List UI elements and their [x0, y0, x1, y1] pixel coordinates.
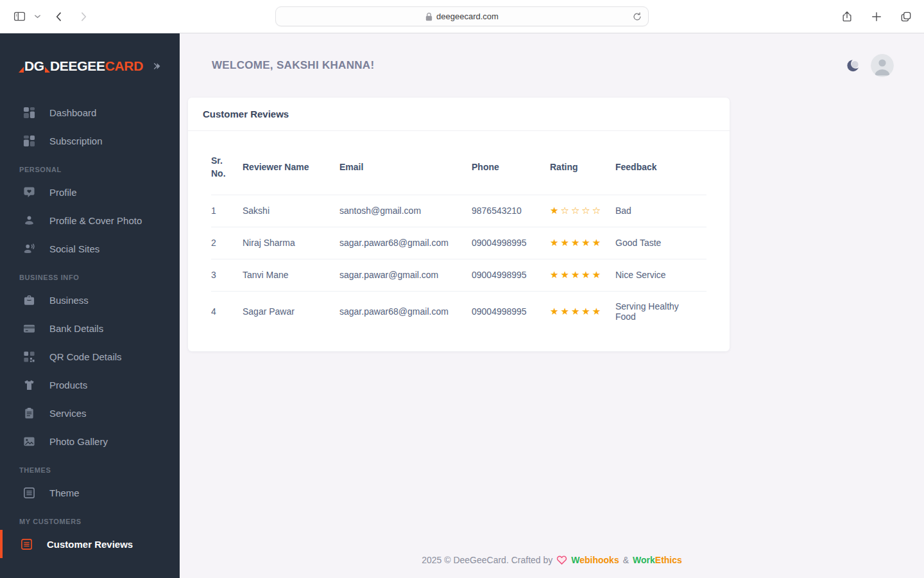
table-row: 3Tanvi Manesagar.pawar@gmail.com09004998…	[211, 259, 706, 291]
sidebar-item-products[interactable]: Products	[0, 371, 180, 399]
sidebar-item-services[interactable]: Services	[0, 399, 180, 427]
cell-feedback: Good Taste	[615, 227, 706, 259]
sidebar-item-label: Theme	[49, 487, 80, 498]
sidebar-item-label: Subscription	[49, 136, 103, 146]
table-row: 4Sagar Pawarsagar.pawar68@gmail.com09004…	[211, 291, 706, 332]
cell-reviewer-name: Niraj Sharma	[243, 227, 339, 259]
sidebar-item-label: Services	[49, 408, 87, 419]
card-title: Customer Reviews	[188, 98, 730, 131]
sidebar-section-my-customers: MY CUSTOMERS	[0, 507, 180, 530]
browser-back-icon[interactable]	[53, 10, 65, 23]
photo-gallery-icon	[22, 435, 36, 448]
column-header-email: Email	[339, 131, 472, 195]
list-box-icon	[22, 487, 36, 499]
sidebar-item-customer-reviews[interactable]: Customer Reviews	[0, 530, 180, 558]
sidebar-item-business[interactable]: Business	[0, 286, 180, 314]
list-box-icon	[19, 538, 33, 550]
table-body: 1Sakshisantosh@gmail.com9876543210★☆☆☆☆B…	[211, 195, 706, 332]
footer-copyright: 2025 © DeeGeeCard. Crafted by	[422, 555, 552, 565]
sidebar-item-bank-details[interactable]: Bank Details	[0, 314, 180, 342]
sidebar-item-label: Customer Reviews	[47, 539, 133, 550]
browser-forward-icon[interactable]	[77, 10, 90, 23]
sidebar-item-social-sites[interactable]: Social Sites	[0, 234, 180, 263]
sidebar-collapse-icon[interactable]	[150, 60, 163, 73]
chat-heart-icon	[22, 186, 36, 198]
footer: 2025 © DeeGeeCard. Crafted by Webihooks …	[180, 555, 924, 578]
cell-sr-no: 1	[211, 195, 243, 227]
logo-name-primary: DEEGEE	[50, 58, 105, 74]
footer-brand-workethics[interactable]: WorkEthics	[633, 555, 682, 565]
cell-sr-no: 3	[211, 259, 243, 291]
star-rating-icon: ★★★★★	[550, 237, 603, 248]
qr-code-icon	[22, 351, 36, 363]
cell-email: santosh@gmail.com	[339, 195, 472, 227]
cell-sr-no: 4	[211, 291, 243, 332]
sidebar-menu: DashboardSubscriptionPERSONALProfileProf…	[0, 98, 180, 558]
sidebar-section-personal: PERSONAL	[0, 155, 180, 178]
sidebar-item-profile[interactable]: Profile	[0, 178, 180, 206]
cell-rating: ★★★★★	[550, 291, 615, 332]
cell-feedback: Nice Service	[615, 259, 706, 291]
sidebar-item-label: Photo Gallery	[49, 436, 108, 447]
sidebar-item-subscription[interactable]: Subscription	[0, 127, 180, 155]
column-header-rating: Rating	[550, 131, 615, 195]
logo-mark: DG	[19, 58, 50, 74]
sidebar-item-label: Dashboard	[49, 107, 96, 118]
app-logo[interactable]: DG DEEGEECARD	[19, 58, 143, 74]
cell-sr-no: 2	[211, 227, 243, 259]
cell-reviewer-name: Sakshi	[243, 195, 339, 227]
subscription-grid-icon	[22, 135, 36, 147]
tshirt-icon	[22, 379, 36, 391]
welcome-title: WELCOME, SAKSHI KHANNA!	[212, 59, 374, 72]
dashboard-grid-icon	[22, 107, 36, 119]
cell-reviewer-name: Tanvi Mane	[243, 259, 339, 291]
dark-mode-moon-icon[interactable]	[846, 58, 861, 73]
main-content: WELCOME, SAKSHI KHANNA! Customer Reviews…	[180, 33, 924, 578]
cell-phone: 09004998995	[472, 259, 550, 291]
table-row: 2Niraj Sharmasagar.pawar68@gmail.com0900…	[211, 227, 706, 259]
cell-rating: ★☆☆☆☆	[550, 195, 615, 227]
cell-email: sagar.pawar@gmail.com	[339, 259, 472, 291]
clipboard-icon	[22, 407, 36, 419]
browser-sidebar-chevron-down-icon[interactable]	[34, 14, 41, 19]
tab-overview-icon[interactable]	[900, 10, 912, 23]
sidebar-item-label: Products	[49, 380, 87, 390]
cell-email: sagar.pawar68@gmail.com	[339, 291, 472, 332]
star-rating-icon: ★★★★★	[550, 269, 603, 280]
sidebar-item-dashboard[interactable]: Dashboard	[0, 98, 180, 127]
column-header-reviewer-name: Reviewer Name	[243, 131, 339, 195]
cell-feedback: Bad	[615, 195, 706, 227]
person-icon	[22, 215, 36, 227]
credit-card-icon	[22, 322, 36, 335]
address-bar[interactable]: deegeecard.com	[275, 6, 649, 26]
sidebar-item-label: Bank Details	[49, 323, 103, 334]
sidebar-item-profile-cover-photo[interactable]: Profile & Cover Photo	[0, 206, 180, 234]
share-icon[interactable]	[841, 10, 853, 23]
column-header-sr-no: Sr. No.	[211, 131, 243, 195]
user-avatar[interactable]	[871, 54, 894, 77]
cell-phone: 09004998995	[472, 227, 550, 259]
reload-icon[interactable]	[632, 12, 642, 24]
person-voice-icon	[22, 243, 36, 255]
star-rating-icon: ★★★★★	[550, 306, 603, 317]
customer-reviews-card: Customer Reviews Sr. No.Reviewer NameEma…	[188, 98, 730, 351]
sidebar-item-theme[interactable]: Theme	[0, 478, 180, 507]
sidebar: DG DEEGEECARD DashboardSubscriptionPERSO…	[0, 33, 180, 578]
cell-reviewer-name: Sagar Pawar	[243, 291, 339, 332]
new-tab-icon[interactable]	[870, 10, 883, 23]
browser-sidebar-toggle-icon[interactable]	[13, 10, 26, 23]
footer-brand-webihooks[interactable]: Webihooks	[571, 555, 619, 565]
logo-name-accent: CARD	[105, 58, 143, 74]
heart-icon	[556, 555, 567, 565]
browser-toolbar: deegeecard.com	[0, 0, 924, 33]
cell-feedback: Serving Healthy Food	[615, 291, 706, 332]
star-rating-icon: ★☆☆☆☆	[550, 205, 603, 216]
sidebar-item-label: Business	[49, 295, 89, 306]
cell-rating: ★★★★★	[550, 227, 615, 259]
sidebar-item-qr-code-details[interactable]: QR Code Details	[0, 342, 180, 371]
footer-separator: &	[623, 555, 629, 565]
sidebar-item-label: Profile & Cover Photo	[49, 215, 142, 226]
cell-phone: 9876543210	[472, 195, 550, 227]
sidebar-item-photo-gallery[interactable]: Photo Gallery	[0, 427, 180, 455]
page-header: WELCOME, SAKSHI KHANNA!	[180, 33, 924, 98]
